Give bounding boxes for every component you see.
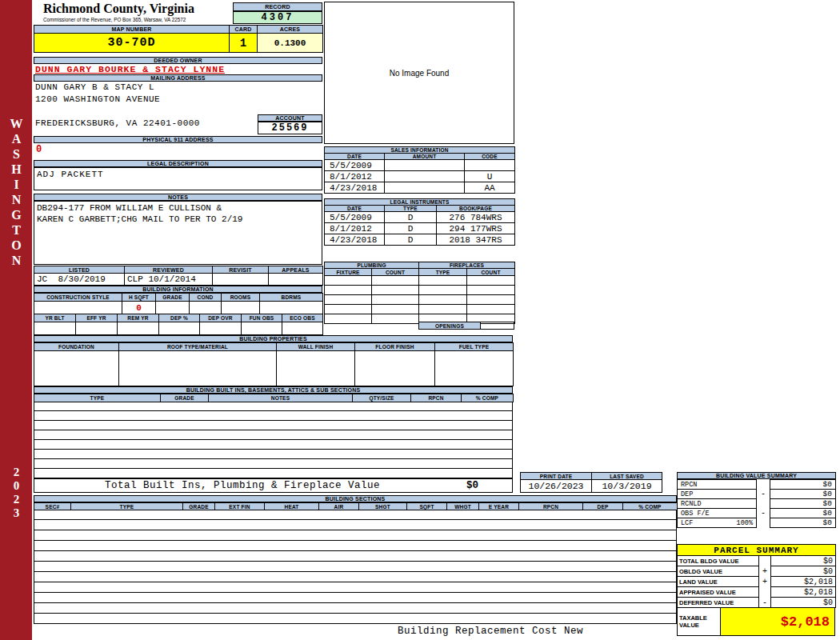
li-type: D xyxy=(385,234,437,246)
building-sections-empty-row xyxy=(34,603,676,614)
building-sections-empty-row xyxy=(34,520,676,530)
bi-col-effyr: EFF YR xyxy=(76,314,118,322)
parcel-summary: PARCEL SUMMARY TOTAL BLDG VALUE $0 OBLDG… xyxy=(677,544,836,636)
bi-col-depovr: DEP OVR xyxy=(200,314,242,322)
li-date: 5/5/2009 xyxy=(325,212,385,223)
building-sections-empty-row xyxy=(34,541,676,551)
bvs-value: $0 xyxy=(770,518,836,528)
li-type: D xyxy=(385,223,437,234)
deeded-owner-value: DUNN GARY BOURKE & STACY LYNNE xyxy=(34,64,322,74)
building-properties-table: FOUNDATION ROOF TYPE/MATERIAL WALL FINIS… xyxy=(34,342,514,386)
li-bookpage: 276 784WRS xyxy=(437,212,515,223)
bi-col-funobs: FUN OBS xyxy=(242,314,282,322)
ps-op: + xyxy=(759,576,770,587)
fireplaces-col-count: COUNT xyxy=(467,269,515,276)
building-sections-title: BUILDING SECTIONS xyxy=(34,495,677,502)
sales-col-code: CODE xyxy=(465,154,515,160)
taxable-value-label: TAXABLE VALUE xyxy=(677,607,721,636)
record-label: RECORD xyxy=(233,2,322,11)
ps-value: $2,018 xyxy=(770,586,836,598)
building-info-table-1: CONSTRUCTION STYLE H SQFT GRADE COND ROO… xyxy=(34,293,323,314)
appeals-value xyxy=(269,274,323,286)
ps-label-deferred: DEFERRED VALUE xyxy=(677,597,759,608)
sales-title: SALES INFORMATION xyxy=(325,147,515,154)
mailing-address-block: DUNN GARY B & STACY L 1200 WASHINGTON AV… xyxy=(35,82,259,130)
review-table: LISTED REVIEWED REVISIT APPEALS JC 8/30/… xyxy=(34,266,323,286)
built-ins-title: BUILDING BUILT INS, BASEMENTS, ATTICS & … xyxy=(34,386,513,394)
legal-description-box: ADJ PACKETT xyxy=(34,167,322,190)
sales-amount xyxy=(385,160,465,171)
print-info-table: PRINT DATE LAST SAVED 10/26/2023 10/3/20… xyxy=(520,472,662,493)
physical-address-value: 0 xyxy=(34,144,322,154)
bvs-label-obsfe: OBS F/E xyxy=(681,510,710,518)
li-col-bookpage: BOOK/PAGE xyxy=(437,206,515,212)
bi-col-ecoobs: ECO OBS xyxy=(282,314,323,322)
building-sections-empty-row xyxy=(34,572,676,582)
building-properties-empty-row xyxy=(34,351,514,386)
li-bookpage: 2018 347RS xyxy=(437,234,515,246)
bp-col-roof: ROOF TYPE/MATERIAL xyxy=(119,343,277,351)
plumbing-fireplaces-empty-row xyxy=(325,286,515,295)
built-ins-empty-row xyxy=(34,411,512,421)
plumbing-title: PLUMBING xyxy=(325,262,419,269)
mailing-line: 1200 WASHINGTON AVENUE xyxy=(35,94,259,106)
parcel-summary-row: TOTAL BLDG VALUE $0 xyxy=(677,555,836,566)
bi-hsqft-value: 0 xyxy=(122,302,156,314)
bi-cond-value xyxy=(190,302,222,314)
legal-description-label: LEGAL DESCRIPTION xyxy=(34,160,322,167)
bi-col-deppct: DEP % xyxy=(159,314,200,322)
bi-ecoobs-value xyxy=(282,322,323,335)
sales-row: 5/5/2009 xyxy=(325,160,515,171)
deeded-owner-label: DEEDED OWNER xyxy=(34,57,322,64)
sales-table: SALES INFORMATION DATE AMOUNT CODE 5/5/2… xyxy=(324,146,515,194)
bi-yrblt-value xyxy=(34,322,76,335)
plumbing-fireplaces-empty-row xyxy=(325,295,515,305)
record-value: 4307 xyxy=(233,11,322,24)
bvs-row: LCF100% $0 xyxy=(677,518,836,528)
built-ins-total-value: $0 xyxy=(466,480,478,491)
li-col-date: DATE xyxy=(325,206,385,212)
mailing-line: DUNN GARY B & STACY L xyxy=(35,82,259,94)
built-ins-total-label: Total Built Ins, Plumbing & Fireplace Va… xyxy=(105,480,380,491)
building-info-table-2: YR BLT EFF YR REM YR DEP % DEP OVR FUN O… xyxy=(34,314,323,335)
plumbing-col-fixture: FIXTURE xyxy=(325,269,372,276)
building-sections-rows xyxy=(34,510,677,624)
bi-funobs-value xyxy=(242,322,282,335)
bi-col-remyr: REM YR xyxy=(118,314,159,322)
footer-text: Building Replacement Cost New xyxy=(398,626,583,637)
bi-effyr-value xyxy=(76,322,118,335)
openings-label: OPENINGS xyxy=(418,322,481,330)
building-value-summary: RPCN $0 DEP - $0 RCNLD $0 OBS F/E - $0 L… xyxy=(677,479,836,528)
built-ins-empty-row xyxy=(34,459,512,469)
building-sections-empty-row xyxy=(34,562,676,572)
built-ins-col-notes: NOTES xyxy=(209,394,353,402)
li-bookpage: 294 177WRS xyxy=(437,223,515,234)
sales-date: 4/23/2018 xyxy=(325,182,385,194)
county-title: Richmond County, Virginia xyxy=(35,2,232,16)
ps-op: + xyxy=(759,566,770,577)
bi-col-hsqft: H SQFT xyxy=(122,294,156,302)
map-number-label: MAP NUMBER xyxy=(34,26,230,34)
built-ins-col-type: TYPE xyxy=(34,394,161,402)
account-label: ACCOUNT xyxy=(258,114,322,122)
last-saved-value: 10/3/2019 xyxy=(592,480,662,493)
ps-op xyxy=(759,555,770,566)
listed-label: LISTED xyxy=(34,266,125,274)
print-date-label: PRINT DATE xyxy=(521,473,592,480)
mailing-address-label: MAILING ADDRESS xyxy=(34,74,322,82)
bi-rooms-value xyxy=(222,302,260,314)
bp-col-fuel: FUEL TYPE xyxy=(435,343,514,351)
bp-col-wall: WALL FINISH xyxy=(277,343,355,351)
building-sections-empty-row xyxy=(34,551,676,562)
reviewed-label: REVIEWED xyxy=(125,266,213,274)
appeals-label: APPEALS xyxy=(269,266,323,274)
sales-date: 5/5/2009 xyxy=(325,160,385,171)
ps-label-obldg: OBLDG VALUE xyxy=(677,566,759,577)
bvs-pct: 100% xyxy=(737,519,753,527)
fireplaces-col-type: TYPE xyxy=(419,269,467,276)
plumbing-fireplaces-empty-row xyxy=(325,276,515,286)
reviewed-value: CLP 10/1/2014 xyxy=(125,274,213,286)
building-sections-empty-row xyxy=(34,593,676,603)
built-ins-col-comp: % COMP xyxy=(462,394,514,402)
legal-instrument-row: 8/1/2012 D 294 177WRS xyxy=(325,223,515,234)
